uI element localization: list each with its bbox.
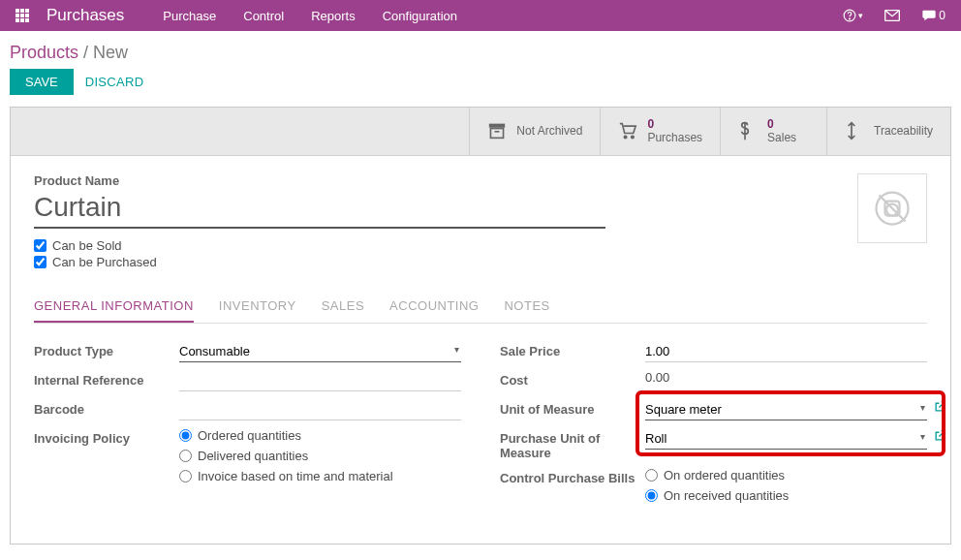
inv-ordered[interactable]: Ordered quantities <box>179 428 461 443</box>
navbar: Purchases Purchase Control Reports Confi… <box>0 0 961 31</box>
cost-value: 0.00 <box>645 370 669 385</box>
puom-select[interactable] <box>645 428 927 450</box>
uom-external-link-icon[interactable] <box>934 400 946 413</box>
archive-icon <box>487 122 507 140</box>
dollar-icon <box>738 121 758 140</box>
inv-time-material[interactable]: Invoice based on time and material <box>179 469 461 483</box>
product-image-placeholder[interactable] <box>857 173 927 243</box>
breadcrumb-sep: / <box>83 43 93 62</box>
can-be-sold-checkbox[interactable] <box>34 239 46 252</box>
cart-icon <box>618 122 637 140</box>
inv-delivered[interactable]: Delivered quantities <box>179 449 461 463</box>
stat-button-box: Not Archived 0 Purchases 0 Sales <box>11 108 950 156</box>
discard-button[interactable]: DISCARD <box>85 75 144 89</box>
stat-archived-label: Not Archived <box>516 124 582 138</box>
tab-inventory[interactable]: INVENTORY <box>219 291 296 323</box>
stat-purchases-label: Purchases <box>647 131 702 144</box>
apps-icon[interactable] <box>16 9 29 22</box>
puom-external-link-icon[interactable] <box>934 429 946 442</box>
menu-purchase[interactable]: Purchase <box>163 9 216 23</box>
menu-configuration[interactable]: Configuration <box>383 9 457 23</box>
right-column: Sale Price Cost 0.00 Unit of Measure <box>500 341 927 516</box>
breadcrumb-root[interactable]: Products <box>10 43 78 62</box>
sheet-body: Product Name Can be Sold Can be Purchase… <box>11 156 950 544</box>
breadcrumb-current: New <box>93 43 128 62</box>
arrows-vertical-icon <box>845 121 864 140</box>
can-be-sold-check[interactable]: Can be Sold <box>34 238 927 253</box>
ctrl-ordered[interactable]: On ordered quantities <box>645 468 927 482</box>
barcode-label: Barcode <box>34 399 179 417</box>
cost-label: Cost <box>500 370 645 388</box>
stat-trace-label: Traceability <box>874 124 933 138</box>
menu-reports[interactable]: Reports <box>311 9 356 23</box>
tab-accounting[interactable]: ACCOUNTING <box>389 291 479 323</box>
action-bar: SAVE DISCARD <box>0 69 961 107</box>
stat-purchases[interactable]: 0 Purchases <box>600 108 720 155</box>
svg-point-7 <box>632 137 634 139</box>
stat-sales-label: Sales <box>767 131 796 144</box>
product-name-input[interactable] <box>34 188 605 229</box>
product-type-label: Product Type <box>34 341 179 358</box>
tab-sales[interactable]: SALES <box>322 291 364 323</box>
can-be-purchased-check[interactable]: Can be Purchased <box>34 255 927 269</box>
tab-notes[interactable]: NOTES <box>504 291 549 323</box>
top-menu: Purchase Control Reports Configuration <box>163 9 457 23</box>
menu-control[interactable]: Control <box>243 9 284 23</box>
breadcrumb: Products / New <box>0 31 961 69</box>
barcode-input[interactable] <box>179 399 461 420</box>
app-brand[interactable]: Purchases <box>46 6 124 25</box>
tabs: GENERAL INFORMATION INVENTORY SALES ACCO… <box>34 291 927 324</box>
messages-count: 0 <box>939 9 946 22</box>
stat-sales-val: 0 <box>767 117 796 131</box>
internal-ref-input[interactable] <box>179 370 461 391</box>
mail-icon[interactable] <box>884 10 900 21</box>
stat-purchases-val: 0 <box>647 117 702 131</box>
sale-price-label: Sale Price <box>500 341 645 358</box>
left-column: Product Type Internal Reference Barcode <box>34 341 461 516</box>
internal-ref-label: Internal Reference <box>34 370 179 388</box>
stat-traceability[interactable]: Traceability <box>826 108 950 155</box>
uom-label: Unit of Measure <box>500 399 645 417</box>
svg-rect-3 <box>489 124 505 128</box>
invoicing-policy-label: Invoicing Policy <box>34 428 179 446</box>
navbar-right: ▾ 0 <box>843 9 946 22</box>
stat-sales[interactable]: 0 Sales <box>720 108 826 155</box>
svg-rect-5 <box>495 131 500 133</box>
ctrl-bills-label: Control Purchase Bills <box>500 468 645 485</box>
stat-archived[interactable]: Not Archived <box>469 108 600 155</box>
sale-price-input[interactable] <box>645 341 927 362</box>
ctrl-received[interactable]: On received quantities <box>645 488 927 503</box>
can-be-purchased-checkbox[interactable] <box>34 256 46 268</box>
svg-point-6 <box>625 137 627 139</box>
form-sheet: Not Archived 0 Purchases 0 Sales <box>10 107 951 544</box>
product-name-label: Product Name <box>34 173 927 188</box>
product-type-select[interactable] <box>179 341 461 362</box>
tab-general-information[interactable]: GENERAL INFORMATION <box>34 291 194 323</box>
conversations-icon[interactable]: 0 <box>921 9 946 22</box>
save-button[interactable]: SAVE <box>10 69 74 95</box>
puom-label: Purchase Unit of Measure <box>500 428 645 460</box>
svg-rect-4 <box>491 129 504 139</box>
help-icon[interactable]: ▾ <box>843 9 863 22</box>
uom-select[interactable] <box>645 399 927 420</box>
svg-point-1 <box>850 18 851 19</box>
